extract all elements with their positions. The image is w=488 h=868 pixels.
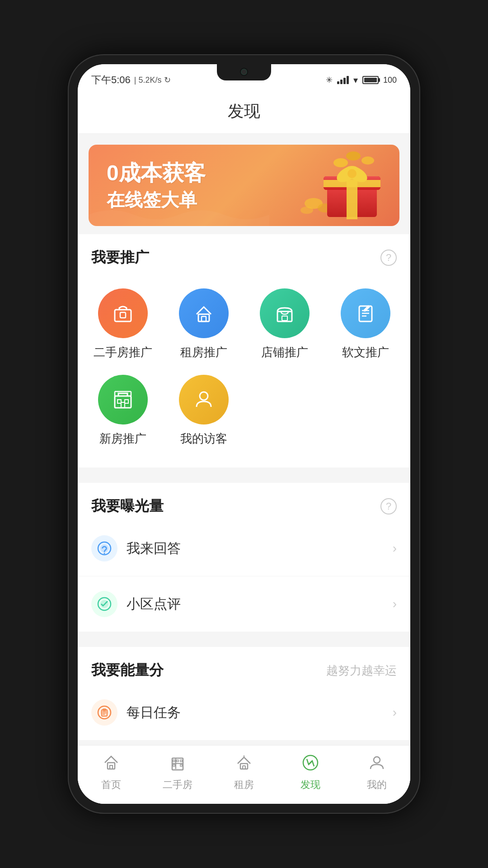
status-speed: | 5.2K/s ↻ [134,75,171,85]
newhouse-label: 新房推广 [99,431,146,447]
signal-bars [337,76,349,84]
newhouse-icon [98,375,148,425]
page-header: 发现 [78,91,410,134]
review-arrow: › [393,597,397,611]
article-icon [341,288,390,338]
exposure-section: 我要曝光量 ? 我来回答 › [78,483,410,632]
promote-section: 我要推广 ? [78,234,410,467]
svg-rect-20 [282,316,287,321]
promote-item-shop[interactable]: 店铺推广 [244,281,325,368]
phone-screen: 下午5:06 | 5.2K/s ↻ ✳ ▾ 100 [78,64,410,804]
banner[interactable]: 0成本获客 在线签大单 [89,145,399,226]
secondhand-icon [98,288,148,338]
answer-label: 我来回答 [127,539,393,558]
nav-item-profile[interactable]: 我的 [344,754,410,796]
banner-line2: 在线签大单 [107,188,206,212]
energy-subtitle: 越努力越幸运 [326,663,397,679]
nav-label-secondhand: 二手房 [163,778,192,792]
svg-rect-24 [125,400,128,403]
screen-content: 发现 0成本获客 在线签大单 [78,91,410,804]
answer-arrow: › [393,541,397,556]
svg-point-13 [346,151,361,160]
exposure-help-button[interactable]: ? [380,498,397,514]
exposure-section-header: 我要曝光量 ? [78,483,410,521]
daily-task-label: 每日任务 [127,703,393,722]
daily-task-arrow: › [393,705,397,720]
visitor-label: 我的访客 [180,431,227,447]
wifi-icon: ▾ [353,75,358,85]
promote-section-title: 我要推广 [91,248,149,268]
nav-label-home: 首页 [101,778,121,792]
svg-rect-23 [117,400,121,403]
svg-rect-17 [198,314,209,321]
article-label: 软文推广 [342,344,389,360]
promote-item-newhouse[interactable]: 新房推广 [82,368,163,454]
svg-point-14 [361,156,374,165]
banner-decoration [300,149,390,222]
svg-rect-18 [202,316,206,321]
promote-item-secondhand[interactable]: 二手房推广 [82,281,163,368]
svg-rect-38 [173,760,175,762]
svg-rect-16 [120,312,126,318]
secondhand-label: 二手房推广 [94,344,152,360]
svg-point-11 [347,169,357,178]
nav-item-discover[interactable]: 发现 [277,754,344,796]
answer-icon [91,535,117,561]
exposure-section-title: 我要曝光量 [91,496,164,516]
daily-task-item[interactable]: 每日任务 › [78,685,410,740]
svg-rect-8 [324,180,380,187]
energy-section-title: 我要能量分 [91,660,164,680]
building-icon [169,754,187,774]
discover-icon [301,754,319,774]
status-right: ✳ ▾ 100 [326,75,397,85]
svg-rect-39 [177,760,178,762]
nav-label-rent: 租房 [234,778,254,792]
svg-point-2 [300,207,313,214]
energy-section-header: 我要能量分 越努力越幸运 [78,647,410,685]
page-title: 发现 [228,102,260,120]
svg-point-25 [200,392,208,400]
visitor-icon [179,375,229,425]
status-left: 下午5:06 | 5.2K/s ↻ [91,73,171,87]
banner-line1: 0成本获客 [107,159,206,188]
daily-task-icon [91,699,117,726]
nav-item-secondhand[interactable]: 二手房 [144,754,211,796]
phone-frame: 下午5:06 | 5.2K/s ↻ ✳ ▾ 100 [68,54,420,814]
nav-item-rent[interactable]: 租房 [211,754,277,796]
home-icon [102,754,120,774]
svg-point-12 [333,158,348,167]
review-icon [91,591,117,617]
divider-1 [78,467,410,475]
svg-point-28 [104,553,105,554]
svg-point-46 [374,757,380,763]
nav-item-home[interactable]: 首页 [78,754,144,796]
battery-text: 100 [383,75,397,85]
promote-icon-grid: 二手房推广 租房推广 [78,272,410,467]
shop-label: 店铺推广 [261,344,308,360]
review-label: 小区点评 [127,595,393,613]
svg-rect-40 [180,760,182,762]
notch [217,64,271,80]
main-scroll[interactable]: 0成本获客 在线签大单 [78,134,410,745]
bluetooth-icon: ✳ [326,75,333,85]
divider-2 [78,632,410,639]
battery-fill [364,78,377,82]
profile-icon [368,754,386,774]
promote-section-header: 我要推广 ? [78,234,410,272]
promote-item-visitor[interactable]: 我的访客 [163,368,244,454]
promote-help-button[interactable]: ? [380,250,397,266]
promote-item-rent[interactable]: 租房推广 [163,281,244,368]
review-item[interactable]: 小区点评 › [78,576,410,632]
battery-icon [362,76,379,84]
camera-dot [241,69,247,75]
bottom-nav: 首页 二手房 [78,745,410,804]
shop-icon [260,288,310,338]
nav-label-profile: 我的 [367,778,387,792]
answer-item[interactable]: 我来回答 › [78,521,410,576]
status-time: 下午5:06 [91,73,131,87]
banner-text: 0成本获客 在线签大单 [107,159,206,212]
svg-rect-42 [180,764,182,766]
rent-nav-icon [235,754,253,774]
rent-icon [179,288,229,338]
promote-item-article[interactable]: 软文推广 [325,281,406,368]
